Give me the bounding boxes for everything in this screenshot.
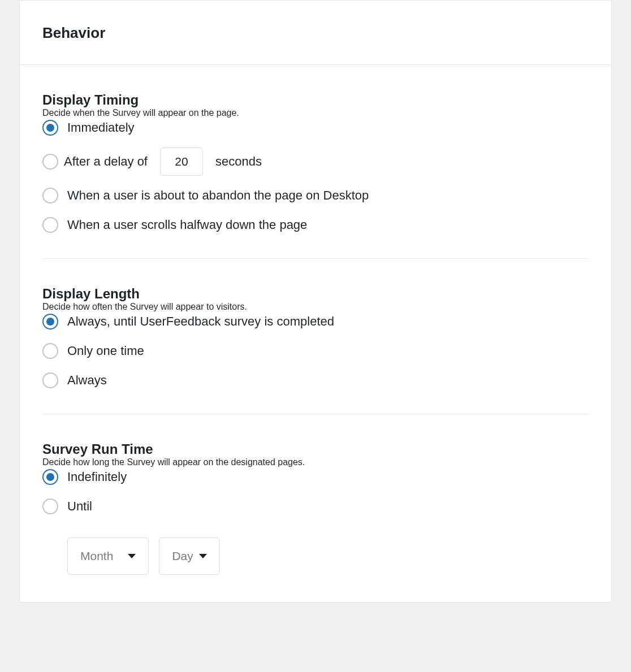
panel-title: Behavior	[42, 24, 589, 42]
panel-header: Behavior	[20, 1, 611, 65]
option-label: When a user is about to abandon the page…	[67, 188, 369, 203]
section-heading: Display Timing	[42, 92, 589, 108]
radio-icon[interactable]	[42, 120, 58, 136]
section-description: Decide how long the Survey will appear o…	[42, 457, 589, 467]
option-after-delay[interactable]: After a delay of seconds	[42, 148, 589, 176]
select-label: Month	[80, 549, 113, 563]
option-label: Until	[67, 499, 92, 514]
chevron-down-icon	[128, 554, 136, 558]
behavior-panel: Behavior Display Timing Decide when the …	[19, 0, 612, 602]
option-label-prefix: After a delay of	[64, 154, 148, 169]
option-label: Always	[67, 373, 107, 388]
option-label: Only one time	[67, 344, 144, 358]
option-until-complete[interactable]: Always, until UserFeedback survey is com…	[42, 312, 589, 331]
option-scroll-halfway[interactable]: When a user scrolls halfway down the pag…	[42, 215, 589, 235]
timing-options: Immediately After a delay of seconds Whe…	[42, 118, 589, 235]
month-select[interactable]: Month	[67, 537, 149, 575]
radio-icon[interactable]	[42, 469, 58, 485]
section-display-timing: Display Timing Decide when the Survey wi…	[42, 65, 589, 259]
option-label: Indefinitely	[67, 470, 127, 484]
day-select[interactable]: Day	[159, 537, 219, 575]
radio-icon[interactable]	[42, 498, 58, 514]
section-display-length: Display Length Decide how often the Surv…	[42, 259, 589, 414]
option-indefinitely[interactable]: Indefinitely	[42, 467, 589, 487]
option-label: When a user scrolls halfway down the pag…	[67, 218, 307, 232]
section-heading: Survey Run Time	[42, 441, 589, 457]
until-date-selects: Month Day	[67, 537, 589, 575]
option-until[interactable]: Until	[42, 497, 589, 516]
chevron-down-icon	[199, 554, 207, 558]
option-immediately[interactable]: Immediately	[42, 118, 589, 137]
radio-icon[interactable]	[42, 372, 58, 388]
radio-icon[interactable]	[42, 217, 58, 233]
select-label: Day	[172, 549, 193, 563]
section-survey-run-time: Survey Run Time Decide how long the Surv…	[42, 414, 589, 602]
length-options: Always, until UserFeedback survey is com…	[42, 312, 589, 390]
section-description: Decide how often the Survey will appear …	[42, 302, 589, 312]
section-description: Decide when the Survey will appear on th…	[42, 108, 589, 118]
radio-icon[interactable]	[42, 188, 58, 203]
option-abandon-desktop[interactable]: When a user is about to abandon the page…	[42, 186, 589, 205]
radio-icon[interactable]	[42, 154, 58, 170]
option-label: Immediately	[67, 120, 135, 135]
section-heading: Display Length	[42, 286, 589, 302]
option-label-suffix: seconds	[215, 154, 262, 169]
runtime-options: Indefinitely Until Month Day	[42, 467, 589, 575]
radio-icon[interactable]	[42, 343, 58, 359]
option-label: Always, until UserFeedback survey is com…	[67, 314, 334, 329]
option-always[interactable]: Always	[42, 371, 589, 390]
panel-body: Display Timing Decide when the Survey wi…	[20, 65, 611, 602]
delay-seconds-input[interactable]	[160, 148, 203, 176]
option-one-time[interactable]: Only one time	[42, 341, 589, 361]
radio-icon[interactable]	[42, 314, 58, 330]
